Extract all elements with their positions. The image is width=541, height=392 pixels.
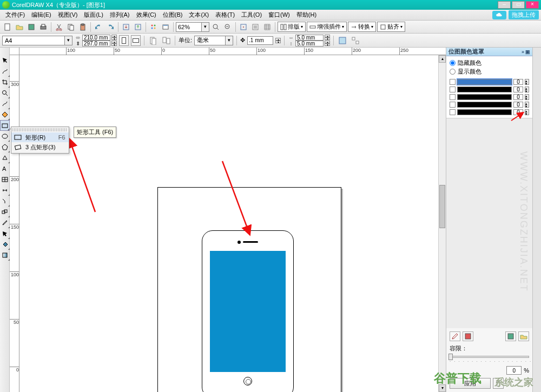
zoom-in-icon[interactable] [210, 22, 221, 32]
open-mask-icon[interactable] [518, 331, 529, 341]
zoom-dropdown[interactable]: ▾ [202, 22, 209, 32]
dimension-tool[interactable] [0, 185, 10, 196]
interactive-fill-tool[interactable] [0, 250, 10, 261]
convert-button[interactable]: 转换▾ [348, 22, 376, 32]
zoom-combo[interactable]: ▾ [176, 22, 209, 32]
snap-icon[interactable] [238, 22, 249, 32]
color-value[interactable]: 0 [513, 79, 523, 85]
color-checkbox[interactable] [450, 109, 456, 115]
radio-show-colors[interactable]: 显示颜色 [450, 67, 529, 76]
color-swatch[interactable] [457, 102, 512, 108]
shape-tool[interactable] [0, 66, 10, 77]
color-value[interactable]: 0 [513, 87, 523, 92]
color-spinner[interactable]: ▴▾ [525, 102, 529, 108]
table-tool[interactable] [0, 174, 10, 185]
outline-tool[interactable] [0, 228, 10, 239]
slider-thumb[interactable] [448, 354, 453, 360]
ellipse-tool[interactable] [0, 131, 10, 142]
landscape-button[interactable] [131, 35, 141, 46]
color-value[interactable]: 0 [513, 102, 523, 108]
menu-effects[interactable]: 效果(C) [133, 10, 160, 20]
docker-close-icon[interactable]: ▣ [525, 49, 530, 55]
menu-arrange[interactable]: 排列(A) [107, 10, 133, 20]
menu-table[interactable]: 表格(T) [212, 10, 238, 20]
grid-icon[interactable] [262, 22, 273, 32]
ruler-origin[interactable] [10, 48, 19, 55]
delete-button[interactable] [493, 378, 504, 389]
minimize-button[interactable]: – [498, 1, 511, 9]
fill-tool[interactable] [0, 239, 10, 250]
copy-icon[interactable] [65, 22, 76, 32]
page-all-icon[interactable] [161, 35, 171, 46]
redo-icon[interactable] [105, 22, 116, 32]
crop-tool[interactable] [0, 77, 10, 88]
polygon-tool[interactable] [0, 142, 10, 152]
docker-collapse-icon[interactable]: » [522, 49, 524, 55]
welcome-icon[interactable] [160, 22, 171, 32]
pick-tool[interactable] [0, 55, 10, 66]
export-icon[interactable] [133, 22, 143, 32]
color-row[interactable]: 0 ▴▾ [450, 78, 529, 85]
menu-bitmaps[interactable]: 位图(B) [160, 10, 186, 20]
menu-help[interactable]: 帮助(H) [293, 10, 320, 20]
zoom-tool[interactable] [0, 88, 10, 98]
open-icon[interactable] [14, 22, 25, 32]
canvas-vertical-scrollbar[interactable]: ▴ ▾ [438, 55, 446, 392]
dup-y-input[interactable] [295, 41, 324, 46]
menu-view[interactable]: 视图(V) [55, 10, 81, 20]
scroll-thumb[interactable] [439, 185, 445, 228]
enhance-button[interactable]: 增强插件▾ [307, 22, 347, 32]
menu-file[interactable]: 文件(F) [2, 10, 28, 20]
page-height-input[interactable] [82, 41, 110, 46]
save-mask-icon[interactable] [505, 331, 516, 341]
upload-button[interactable]: 拖拽上传 [509, 10, 539, 19]
interactive-tool[interactable] [0, 207, 10, 217]
menu-text[interactable]: 文本(X) [186, 10, 212, 20]
zoom-out-icon[interactable] [222, 22, 233, 32]
new-icon[interactable] [2, 22, 13, 32]
color-checkbox[interactable] [450, 87, 456, 92]
options-icon[interactable] [250, 22, 261, 32]
page-apply-icon[interactable] [148, 35, 159, 46]
docker-title[interactable]: 位图颜色遮罩 »▣ [446, 48, 532, 56]
scroll-up-icon[interactable]: ▴ [439, 55, 446, 63]
color-swatch[interactable] [457, 94, 512, 100]
edit-color-icon[interactable] [463, 331, 473, 341]
color-checkbox[interactable] [450, 79, 456, 85]
color-swatch[interactable] [457, 87, 512, 92]
color-spinner[interactable]: ▴▾ [525, 94, 529, 100]
color-row[interactable]: 0 ▴▾ [450, 101, 529, 108]
eyedropper-icon[interactable] [450, 331, 460, 341]
color-spinner[interactable]: ▴▾ [525, 79, 529, 85]
ruler-horizontal[interactable]: 10050050100150200250300 [19, 48, 446, 55]
eyedropper-tool[interactable] [0, 217, 10, 228]
flyout-grip[interactable] [12, 128, 68, 131]
text-tool[interactable]: A [0, 163, 10, 174]
units-input[interactable] [194, 36, 226, 45]
maximize-button[interactable]: ▭ [512, 1, 525, 9]
page-width-input[interactable] [82, 35, 110, 41]
units-combo[interactable]: ▾ [194, 36, 233, 45]
color-value[interactable]: 0 [513, 94, 523, 100]
nudge-input[interactable] [247, 36, 273, 45]
treat-as-filled-icon[interactable] [337, 35, 348, 46]
menu-edit[interactable]: 编辑(E) [28, 10, 55, 20]
color-row[interactable]: 0 ▴▾ [450, 93, 529, 101]
ruler-vertical[interactable]: 300250200150100500 [10, 55, 19, 392]
rectangle-tool[interactable] [0, 120, 10, 131]
paper-size-dropdown[interactable]: ▾ [65, 36, 72, 45]
snap-to-objects-icon[interactable] [350, 35, 361, 46]
freehand-tool[interactable] [0, 98, 10, 109]
apply-button[interactable]: 应用 [450, 378, 491, 389]
units-dropdown[interactable]: ▾ [226, 36, 233, 45]
paper-size-input[interactable] [2, 36, 65, 45]
portrait-button[interactable] [119, 35, 129, 46]
paper-size-combo[interactable]: ▾ [2, 36, 72, 45]
print-icon[interactable] [38, 22, 49, 32]
tolerance-slider[interactable] [450, 356, 529, 358]
dup-x-input[interactable] [295, 35, 324, 41]
flyout-item-3point-rectangle[interactable]: 3 点矩形(3) [11, 142, 69, 152]
menu-window[interactable]: 窗口(W) [265, 10, 293, 20]
paste-icon[interactable] [77, 22, 88, 32]
scroll-down-icon[interactable]: ▾ [439, 384, 446, 392]
